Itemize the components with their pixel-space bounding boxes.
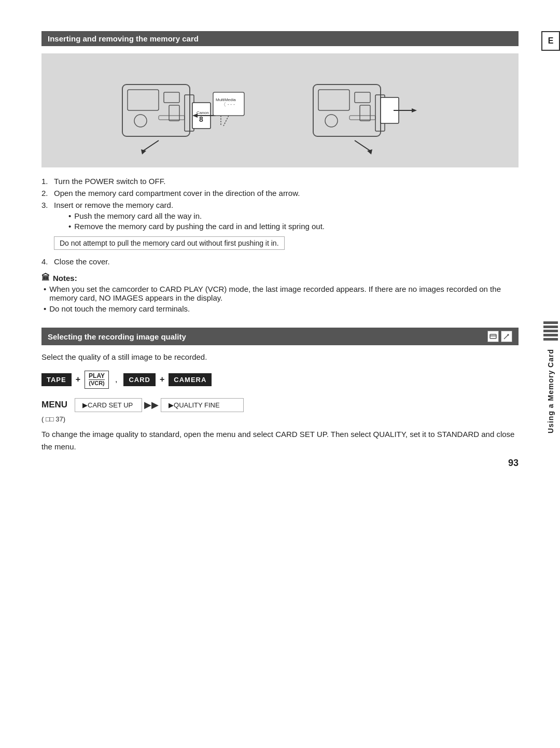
image-placeholder: Canon 8 MultiMedia 〈 · · · [89, 53, 471, 167]
svg-marker-30 [367, 149, 372, 154]
page-number: 93 [508, 458, 519, 469]
step-4: 4. Close the cover. [41, 257, 519, 266]
page-wrapper: E Inserting and removing the memory card [0, 0, 560, 484]
svg-point-21 [325, 115, 338, 127]
comma-separator: , [115, 375, 117, 384]
svg-line-35 [504, 338, 505, 339]
plus2: + [160, 375, 164, 384]
svg-rect-3 [164, 92, 179, 103]
svg-rect-31 [490, 334, 496, 338]
section1-header: Inserting and removing the memory card [41, 31, 519, 46]
svg-line-29 [355, 140, 370, 151]
bullet-2: Remove the memory card by pushing the ca… [68, 222, 325, 231]
notes-icon: 🏛 [41, 273, 50, 283]
svg-marker-28 [412, 108, 417, 112]
section1-title: Inserting and removing the memory card [48, 34, 199, 43]
svg-text:8: 8 [199, 115, 203, 123]
key-combo-row: TAPE + PLAY (VCR) , CARD + CAMERA [41, 371, 519, 389]
card-icon [487, 331, 499, 342]
svg-rect-22 [355, 92, 370, 103]
select-quality-text: Select the quality of a still image to b… [41, 352, 519, 361]
section2-header: Selecting the recording image quality [41, 328, 519, 345]
step-2: 2. Open the memory card compartment cove… [41, 189, 519, 197]
side-bar-4 [543, 334, 558, 336]
card-key: CARD [123, 373, 156, 386]
steps-list: 1. Turn the POWER switch to OFF. 2. Open… [41, 177, 519, 266]
notes-list: When you set the camcorder to CARD PLAY … [44, 285, 519, 313]
svg-line-17 [143, 140, 159, 151]
notes-section: 🏛 Notes: When you set the camcorder to C… [41, 273, 519, 313]
camera-diagram-right [303, 64, 448, 157]
image-area: Canon 8 MultiMedia 〈 · · · [41, 53, 519, 167]
page-ref: ( □□ 37) [41, 415, 519, 423]
bullet-1: Push the memory card all the way in. [68, 211, 325, 220]
side-tab-e: E [541, 31, 560, 51]
side-bar-1 [543, 321, 558, 324]
side-text-wrapper: Using a Memory Card [541, 321, 560, 433]
svg-text:Canon: Canon [197, 110, 209, 115]
section1: Inserting and removing the memory card [41, 31, 519, 313]
plus1: + [76, 375, 80, 384]
side-bar-3 [543, 330, 558, 332]
svg-text:〈 · · ·: 〈 · · · [221, 102, 235, 107]
notice-box: Do not attempt to pull the memory card o… [54, 236, 285, 250]
notes-header: 🏛 Notes: [41, 273, 519, 283]
side-text-rotated: Using a Memory Card [547, 349, 555, 433]
note-1: When you set the camcorder to CARD PLAY … [44, 285, 519, 302]
section2-title: Selecting the recording image quality [48, 332, 186, 341]
svg-rect-23 [360, 105, 370, 121]
side-bars [543, 321, 558, 341]
step-3: 3. Insert or remove the memory card. Pus… [41, 201, 519, 254]
bottom-text: To change the image quality to standard,… [41, 428, 519, 453]
notes-label: Notes: [53, 274, 77, 283]
tape-key: TAPE [41, 373, 72, 386]
section2: Selecting the recording image quality [41, 328, 519, 453]
side-bar-2 [543, 326, 558, 328]
svg-rect-4 [169, 105, 179, 121]
svg-rect-1 [128, 90, 159, 110]
menu-label: MENU [41, 400, 67, 410]
camera-diagram-left: Canon 8 MultiMedia 〈 · · · [112, 64, 257, 157]
note-2: Do not touch the memory card terminals. [44, 304, 519, 313]
pencil-svg-icon [503, 333, 510, 340]
side-tab-label: E [548, 36, 554, 45]
svg-rect-24 [349, 116, 375, 120]
svg-point-2 [134, 115, 147, 127]
camera-key: CAMERA [169, 373, 212, 386]
step-1: 1. Turn the POWER switch to OFF. [41, 177, 519, 186]
menu-box-1: ▶CARD SET UP [75, 398, 142, 412]
menu-arrow: ▶▶ [144, 399, 159, 411]
svg-marker-18 [141, 149, 146, 154]
step-3-bullets: Push the memory card all the way in. Rem… [68, 211, 325, 231]
section2-icons [487, 331, 512, 342]
pencil-icon [501, 331, 512, 342]
svg-rect-20 [318, 90, 349, 110]
menu-box-2: ▶QUALITY FINE [161, 398, 244, 412]
play-vcr-key: PLAY (VCR) [85, 371, 109, 389]
menu-diagram: MENU ▶CARD SET UP ▶▶ ▶QUALITY FINE [41, 398, 519, 412]
side-bar-5 [543, 338, 558, 341]
svg-rect-5 [159, 116, 185, 120]
svg-line-16 [223, 116, 229, 126]
card-svg-icon [489, 333, 497, 340]
